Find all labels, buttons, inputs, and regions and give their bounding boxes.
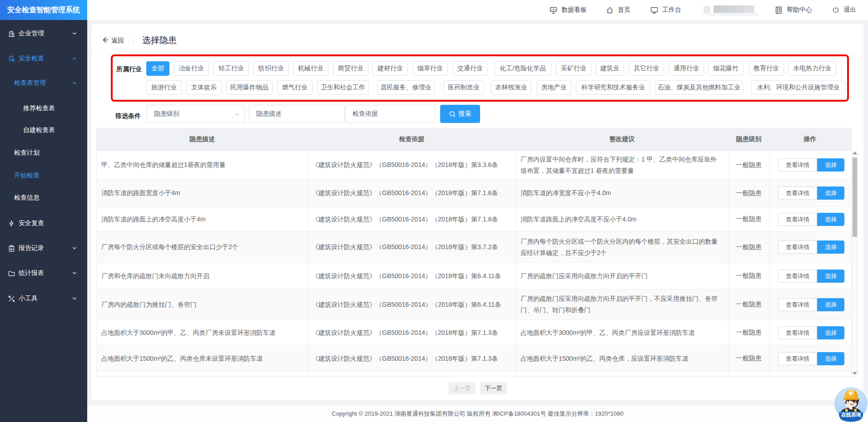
svg-text:在线咨询: 在线咨询: [841, 412, 861, 417]
